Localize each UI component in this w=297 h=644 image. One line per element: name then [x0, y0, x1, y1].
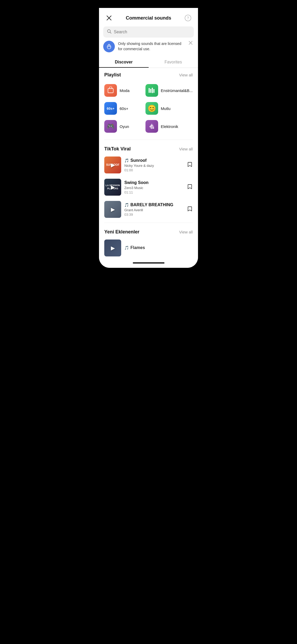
bottom-bar — [99, 260, 198, 268]
playlist-item-moda[interactable]: Moda — [104, 81, 145, 99]
viral-icon-barely: 🎵 — [124, 203, 129, 207]
track-name-barely-breathing: BARELY BREATHING — [130, 203, 173, 207]
svg-rect-9 — [108, 89, 113, 93]
play-icon: ▶ — [111, 162, 115, 168]
help-button[interactable]: ? — [183, 13, 193, 23]
playlist-label-mutlu: Mutlu — [161, 106, 171, 111]
notice-text: Only showing sounds that are licensed fo… — [118, 41, 184, 52]
track-name-row-2: Swing Soon — [124, 180, 182, 185]
track-info-sunroof: 🎵 Sunroof Nicky Youre & dazy 01:00 — [124, 158, 182, 172]
track-info-barely-breathing: 🎵 BARELY BREATHING Grant Averill 03:39 — [124, 203, 182, 217]
playlist-item-60s[interactable]: 60s+ 60s+ — [104, 99, 145, 117]
play-icon-2: ▶ — [111, 184, 115, 190]
home-indicator — [133, 262, 164, 264]
track-name-flames: Flames — [130, 245, 145, 250]
bookmark-button-sunroof[interactable] — [185, 160, 193, 170]
playlist-thumb-mutlu: 😊 — [145, 102, 158, 115]
divider-1 — [104, 140, 193, 140]
playlist-view-all-button[interactable]: View all — [179, 73, 193, 77]
playlist-thumb-elektronik — [145, 120, 158, 133]
playlist-thumb-enstr — [145, 84, 158, 97]
playlist-label-enstr: Enstrümantal&B... — [161, 88, 193, 93]
track-artist-barely-breathing: Grant Averill — [124, 208, 182, 212]
playlist-label-oyun: Oyun — [120, 124, 129, 129]
play-icon-3: ▶ — [111, 206, 115, 213]
tab-favorites[interactable]: Favorites — [149, 57, 198, 68]
bookmark-button-swing-soon[interactable] — [185, 183, 193, 192]
viral-icon-sunroof: 🎵 — [124, 158, 129, 163]
yeni-view-all-button[interactable]: View all — [179, 230, 193, 234]
tiktok-viral-header: TikTok Viral View all — [99, 142, 198, 154]
playlist-label-60s: 60s+ — [120, 106, 128, 111]
track-artist-sunroof: Nicky Youre & dazy — [124, 164, 182, 168]
tab-discover[interactable]: Discover — [99, 57, 149, 68]
page-title: Commercial sounds — [126, 15, 171, 21]
track-item-sunroof[interactable]: SUNROOF ▶ 🎵 Sunroof Nicky Youre & dazy 0… — [104, 154, 193, 176]
notice-icon — [103, 41, 115, 52]
close-button[interactable] — [104, 13, 114, 23]
svg-point-19 — [150, 126, 151, 127]
viral-icon-flames: 🎵 — [124, 246, 129, 250]
svg-point-18 — [151, 125, 153, 126]
track-artist-swing-soon: Zero3 Music — [124, 186, 182, 190]
search-bar[interactable] — [103, 26, 194, 38]
svg-rect-13 — [153, 89, 154, 93]
track-thumb-flames: ▶ — [104, 240, 121, 256]
tabs: Discover Favorites — [99, 57, 198, 68]
svg-point-20 — [153, 127, 154, 129]
svg-text:?: ? — [187, 16, 189, 20]
track-info-flames: 🎵 Flames — [124, 245, 193, 251]
svg-rect-12 — [152, 88, 153, 93]
track-name-row-3: 🎵 BARELY BREATHING — [124, 203, 182, 207]
track-name-row-flames: 🎵 Flames — [124, 245, 193, 250]
playlist-item-enstr[interactable]: Enstrümantal&B... — [145, 81, 193, 99]
notice-bar: Only showing sounds that are licensed fo… — [103, 41, 194, 52]
search-input[interactable] — [114, 30, 190, 34]
playlist-thumb-oyun: 🎮 — [104, 120, 117, 133]
track-info-swing-soon: Swing Soon Zero3 Music 01:11 — [124, 180, 182, 194]
playlist-label-moda: Moda — [120, 88, 130, 93]
track-item-swing-soon[interactable]: LA SESSION PLAYERS ▶ Swing Soon Zero3 Mu… — [104, 176, 193, 198]
playlist-item-elektronik[interactable]: Elektronik — [145, 117, 193, 135]
header: Commercial sounds ? — [99, 8, 198, 26]
track-item-barely-breathing[interactable]: ▶ 🎵 BARELY BREATHING Grant Averill 03:39 — [104, 198, 193, 220]
svg-rect-11 — [150, 89, 151, 93]
track-thumb-swing-soon: LA SESSION PLAYERS ▶ — [104, 179, 121, 196]
playlist-section-header: Playlist View all — [104, 72, 193, 78]
track-duration-barely-breathing: 03:39 — [124, 213, 182, 217]
play-icon-4: ▶ — [111, 245, 115, 251]
playlist-title: Playlist — [104, 72, 121, 78]
playlist-label-elektronik: Elektronik — [161, 124, 178, 129]
notice-close-button[interactable] — [187, 41, 194, 46]
svg-line-5 — [110, 32, 111, 34]
track-name-sunroof: Sunroof — [130, 158, 147, 163]
yeni-title: Yeni Eklenenler — [104, 229, 139, 235]
playlist-item-oyun[interactable]: 🎮 Oyun — [104, 117, 145, 135]
bookmark-button-barely-breathing[interactable] — [185, 205, 193, 214]
playlist-thumb-60s: 60s+ — [104, 102, 117, 115]
track-item-flames[interactable]: ▶ 🎵 Flames — [104, 237, 193, 259]
track-duration-sunroof: 01:00 — [124, 168, 182, 172]
divider-2 — [104, 223, 193, 223]
yeni-section-header: Yeni Eklenenler View all — [99, 225, 198, 237]
playlist-section: Playlist View all Moda — [99, 68, 198, 137]
playlist-thumb-moda — [104, 84, 117, 97]
playlist-grid: Moda Enstrümantal&B... — [104, 81, 193, 135]
svg-rect-10 — [149, 88, 150, 93]
track-thumb-barely-breathing: ▶ — [104, 201, 121, 218]
track-name-row: 🎵 Sunroof — [124, 158, 182, 163]
tiktok-viral-view-all-button[interactable]: View all — [179, 147, 193, 151]
search-icon — [107, 29, 112, 35]
track-duration-swing-soon: 01:11 — [124, 190, 182, 194]
track-name-swing-soon: Swing Soon — [124, 180, 149, 185]
tiktok-viral-title: TikTok Viral — [104, 146, 131, 152]
track-thumb-sunroof: SUNROOF ▶ — [104, 157, 121, 173]
yeni-track-preview: ▶ 🎵 Flames — [99, 237, 198, 260]
track-list: SUNROOF ▶ 🎵 Sunroof Nicky Youre & dazy 0… — [99, 154, 198, 220]
playlist-item-mutlu[interactable]: 😊 Mutlu — [145, 99, 193, 117]
